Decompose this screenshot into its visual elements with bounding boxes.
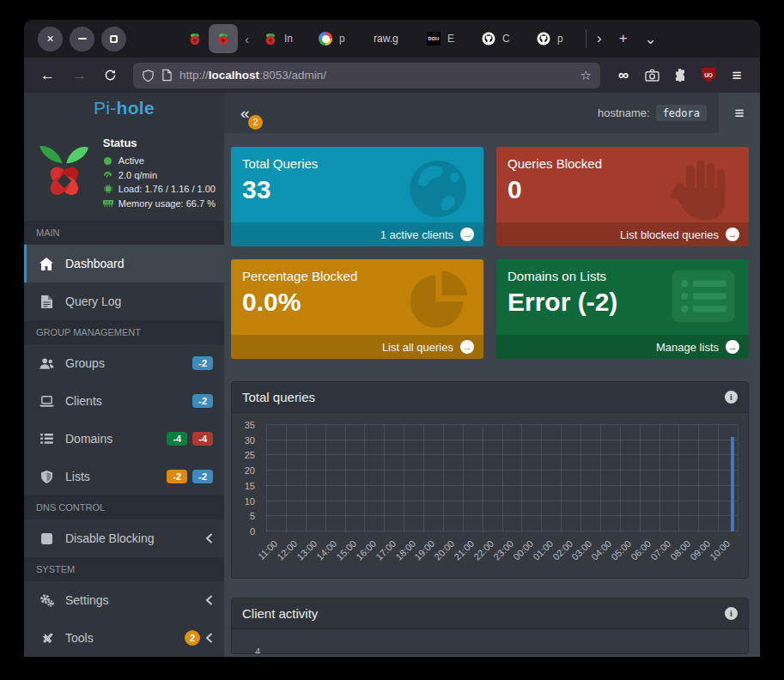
main-area: « 2 hostname: fedora ≡ Total Queries 33 xyxy=(224,93,760,657)
list-all-queries-link[interactable]: List all queries → xyxy=(231,335,483,359)
browser-window: × ‹ In p raw.g DOU xyxy=(24,20,760,657)
hamburger-icon: ≡ xyxy=(734,104,744,122)
browser-tab-5[interactable]: raw.g xyxy=(366,24,419,53)
puzzle-extensions-icon[interactable] xyxy=(669,64,691,87)
panel-title: Client activity xyxy=(242,606,318,621)
total-queries-yaxis: 05101520253035 xyxy=(232,425,261,531)
client-activity-chart: 4 xyxy=(232,629,748,653)
status-memory-text: Memory usage: 66.7 % xyxy=(119,198,216,209)
sidebar-item-lists[interactable]: Lists -2 -2 xyxy=(24,458,224,495)
browser-tab-7[interactable]: C xyxy=(474,24,529,53)
total-queries-xaxis: 11:0012:0013:0014:0015:0016:0017:0018:00… xyxy=(266,535,738,576)
arrow-circle-right-icon: → xyxy=(460,228,474,241)
sidebar-item-tools[interactable]: Tools 2 xyxy=(24,619,224,657)
sidebar-item-settings[interactable]: Settings xyxy=(24,581,224,619)
maximize-icon xyxy=(110,35,118,43)
browser-tab-4[interactable]: p xyxy=(311,24,366,53)
list-icon xyxy=(39,434,54,444)
tab-scroll-right-icon[interactable]: › xyxy=(588,30,611,47)
extension-buttons: ∞ UO ≡ xyxy=(609,64,751,87)
tab-title: p xyxy=(557,33,576,45)
footer-label: Manage lists xyxy=(656,341,719,354)
screenshot-camera-icon[interactable] xyxy=(641,64,663,87)
info-icon[interactable]: i xyxy=(725,391,738,404)
menu-label: Lists xyxy=(65,470,90,483)
browser-tab-pinned-pihole[interactable] xyxy=(181,24,209,53)
url-bar[interactable]: http://localhost:8053/admin/ ☆ xyxy=(133,63,600,88)
browser-tab-8[interactable]: p xyxy=(529,24,584,53)
tab-title: p xyxy=(339,33,358,45)
tab-strip: ‹ In p raw.g DOU E C p xyxy=(138,20,584,58)
sidebar-menu: MAIN Dashboard Query Log GROUP MANAGEMEN… xyxy=(24,221,224,657)
footer-label: 1 active clients xyxy=(380,228,453,241)
github-favicon xyxy=(482,32,495,46)
status-rate: 2.0 q/min xyxy=(103,170,216,180)
bookmark-star-icon[interactable]: ☆ xyxy=(580,68,592,83)
groups-count-badge: -2 xyxy=(192,356,213,370)
chevron-left-icon xyxy=(205,533,213,543)
status-active: Active xyxy=(103,155,216,166)
sidebar-item-domains[interactable]: Domains -4 -4 xyxy=(24,420,224,458)
reload-button[interactable] xyxy=(96,65,125,85)
pihole-logo-text[interactable]: Pi-hole xyxy=(24,93,224,123)
pihole-favicon xyxy=(216,32,230,46)
raspberry-logo xyxy=(33,133,96,209)
ublock-origin-icon[interactable]: UO xyxy=(697,64,720,87)
browser-tab-3[interactable]: In xyxy=(256,24,311,53)
sidebar-item-groups[interactable]: Groups -2 xyxy=(24,344,224,382)
sidebar-item-disable-blocking[interactable]: Disable Blocking xyxy=(24,519,224,557)
menu-label: Tools xyxy=(65,631,94,645)
shield-permissions-icon[interactable] xyxy=(142,69,155,82)
browser-tab-active-pihole[interactable] xyxy=(209,24,238,53)
firefox-menu-icon[interactable]: ≡ xyxy=(726,64,748,87)
new-tab-button[interactable]: + xyxy=(611,30,636,47)
window-minimize-button[interactable] xyxy=(70,27,94,52)
url-text: http://localhost:8053/admin/ xyxy=(179,69,574,82)
containers-extension-icon[interactable]: ∞ xyxy=(612,64,635,87)
app-menu-button[interactable]: ≡ xyxy=(719,93,760,133)
gears-icon xyxy=(39,594,54,607)
menu-label: Settings xyxy=(65,593,109,607)
globe-icon xyxy=(404,155,471,222)
total-queries-footer-link[interactable]: 1 active clients → xyxy=(231,222,483,246)
github-favicon xyxy=(537,32,550,46)
window-maximize-button[interactable] xyxy=(101,27,126,52)
gauge-icon xyxy=(103,171,113,179)
menu-label: Dashboard xyxy=(65,257,125,270)
status-rate-text: 2.0 q/min xyxy=(119,170,157,180)
status-title: Status xyxy=(103,137,216,149)
menu-label: Clients xyxy=(65,394,102,408)
tab-scroll-left-icon[interactable]: ‹ xyxy=(238,32,256,46)
status-load: Load: 1.76 / 1.16 / 1.00 xyxy=(103,184,216,194)
menu-section-dns-control: DNS CONTROL xyxy=(24,495,224,519)
menu-label: Domains xyxy=(65,432,112,446)
status-active-text: Active xyxy=(119,155,144,166)
url-path: :8053/admin/ xyxy=(259,69,326,82)
sidebar-item-dashboard[interactable]: Dashboard xyxy=(24,245,224,282)
menu-label: Groups xyxy=(65,356,105,370)
sidebar-collapse-button[interactable]: « 2 xyxy=(240,104,266,123)
reload-icon xyxy=(104,69,117,82)
sidebar-item-query-log[interactable]: Query Log xyxy=(24,282,224,320)
tab-dropdown-icon[interactable]: ⌄ xyxy=(636,30,665,48)
url-scheme: http:// xyxy=(179,69,209,82)
forward-button[interactable]: → xyxy=(64,64,94,88)
panel-title: Total queries xyxy=(242,390,315,404)
app-topbar: « 2 hostname: fedora ≡ xyxy=(224,93,760,133)
manage-lists-link[interactable]: Manage lists → xyxy=(496,335,749,359)
window-close-button[interactable]: × xyxy=(38,27,63,52)
tab-title: In xyxy=(284,33,303,45)
tools-icon xyxy=(39,632,54,645)
page-info-icon[interactable] xyxy=(161,69,173,82)
status-load-text: Load: 1.76 / 1.16 / 1.00 xyxy=(119,184,216,194)
info-icon[interactable]: i xyxy=(725,607,738,620)
arrow-circle-right-icon: → xyxy=(726,340,739,354)
pihole-favicon xyxy=(264,32,277,46)
update-count-badge: 2 xyxy=(248,115,263,130)
browser-tab-6[interactable]: DOU E xyxy=(419,24,474,53)
list-blocked-queries-link[interactable]: List blocked queries → xyxy=(496,222,749,246)
menu-section-main: MAIN xyxy=(24,221,224,245)
back-button[interactable]: ← xyxy=(33,64,63,88)
domains-allow-badge: -4 xyxy=(167,432,187,446)
sidebar-item-clients[interactable]: Clients -2 xyxy=(24,382,224,420)
